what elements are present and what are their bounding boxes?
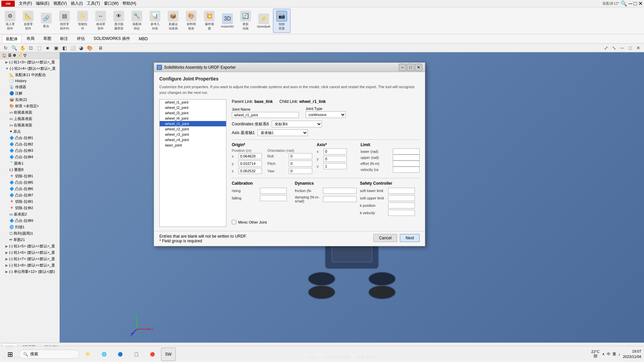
joint-tree-item-6[interactable]: wheel_r3_joint [160, 132, 226, 137]
joint-tree-item-3[interactable]: wheel_l4_joint [160, 116, 226, 121]
screen-icon[interactable]: 🖥 [97, 44, 104, 52]
effort-input[interactable] [393, 161, 420, 167]
soft-upper-input[interactable] [388, 195, 415, 201]
close-btn[interactable]: ✕ [638, 0, 643, 7]
pitch-input[interactable] [289, 161, 312, 167]
sidebar-item-sketch8[interactable]: (-) 重图8 [8, 167, 59, 173]
menu-tools[interactable]: 工具(T) [85, 0, 102, 7]
rotate-icon[interactable]: ↻ [2, 44, 9, 52]
sidebar-item-part3[interactable]: ▶ (-) 轮1<3> (默认<<默认>_显 [4, 59, 59, 65]
joint-type-select[interactable]: continuous revolute prismatic fixed floa… [306, 111, 346, 118]
toolbar-explode-btn[interactable]: 💥 爆炸视图 [201, 9, 218, 33]
menu-help[interactable]: 帮助(H) [120, 0, 138, 7]
sidebar-item-fillet1[interactable]: ⌒ 圆角1 [8, 160, 59, 167]
sidebar-item-pattern1[interactable]: ⬡ 阵列(圆周)1 [8, 230, 59, 237]
toolbar-assembly-feature-btn[interactable]: 🔧 装配体特征 [128, 9, 146, 33]
zoom-icon[interactable]: 🔍 [10, 44, 18, 52]
sidebar-item-history[interactable]: 🕐 History [8, 78, 59, 84]
panel-min-icon[interactable]: ─ [619, 44, 626, 52]
axis-select[interactable]: 基准轴1 [258, 129, 308, 136]
maximize-btn[interactable]: □ [634, 1, 637, 7]
sidebar-item-solid2[interactable]: 📦 实体(2) [8, 97, 59, 103]
minimize-btn[interactable]: ─ [629, 1, 632, 7]
sidebar-item-boss6[interactable]: 🔷 凸台-拉伸6 [8, 186, 59, 192]
toolbar-speedpak-btn[interactable]: ⚡ Speedpak [255, 9, 272, 33]
sidebar-item-sketch21[interactable]: ✏ 草图21 [8, 237, 59, 243]
sidebar-item-boss2[interactable]: 🔷 凸台-拉伸2 [8, 141, 59, 147]
joint-tree-item-4[interactable]: wheel_r1_joint [160, 121, 226, 126]
sidebar-item-annotations[interactable]: 🔵 注解 [8, 90, 59, 97]
dialog-maximize-btn[interactable]: □ [407, 64, 414, 71]
sidebar-item-plane2[interactable]: ▭ 基准面2 [8, 211, 59, 218]
joint-tree-item-5[interactable]: wheel_r2_joint [160, 126, 226, 132]
sidebar-item-part7[interactable]: ▶ (-) 轮1<7> (默认<<默认>_显 [4, 256, 59, 262]
coordinates-select[interactable]: 坐标系6 [272, 121, 322, 127]
rising-input[interactable] [260, 188, 287, 194]
sidebar-item-top-plane[interactable]: ▭ 上视基准面 [8, 116, 59, 122]
toolbar-material-btn[interactable]: 🎨 材料明细表 [182, 9, 200, 33]
system-clock[interactable]: 19:07 2023/11/04 [623, 349, 641, 359]
3d-view[interactable]: X Y Z U SolidWorks Assembly to URDF Expo… [60, 52, 644, 343]
sidebar-item-sweep1[interactable]: 🌀 扫描1 [8, 224, 59, 230]
taskbar-edge[interactable]: 🌐 [97, 348, 111, 361]
lower-input[interactable] [393, 148, 420, 155]
expand-icon[interactable]: ⤢ [602, 44, 610, 52]
upper-input[interactable] [393, 155, 420, 161]
sidebar-item-front-plane[interactable]: ▭ 前视基准面 [8, 109, 59, 116]
sidebar-item-cut1[interactable]: 🔻 切除-拉伸1 [8, 173, 59, 179]
menu-file[interactable]: 文件(F) [17, 0, 34, 7]
search-box[interactable]: 🔍 [621, 0, 627, 7]
sidebar-item-cut-ext2[interactable]: 🔻 切除-拉伸2 [8, 205, 59, 211]
joint-tree-item-0[interactable]: wheel_l1_joint [160, 100, 226, 105]
render-icon[interactable]: ■ [44, 44, 51, 52]
toolbar-update-btn[interactable]: 🔄 更新动画 [237, 9, 254, 33]
sidebar-item-boss1[interactable]: 🔷 凸台-拉伸1 [8, 135, 59, 141]
friction-input[interactable] [323, 188, 357, 194]
pos-y-input[interactable] [238, 161, 262, 167]
toolbar-smart-btn[interactable]: ✨ 智能扣件 [74, 9, 91, 33]
taskbar-red-app[interactable]: 🔴 [145, 348, 160, 361]
panel-close-icon[interactable]: ✕ [635, 44, 642, 52]
taskbar-clipboard[interactable]: 📋 [129, 348, 144, 361]
axis-y-input[interactable] [323, 156, 347, 162]
taskbar-blue-app[interactable]: 🔵 [113, 348, 127, 361]
tab-mbd[interactable]: MBD [135, 35, 152, 43]
k-velocity-input[interactable] [388, 210, 415, 216]
tab-layout[interactable]: 布局 [23, 35, 38, 43]
joint-name-input[interactable] [232, 112, 299, 118]
cancel-button[interactable]: Cancel [373, 234, 397, 242]
soft-lower-input[interactable] [388, 188, 415, 194]
toolbar-photo-btn[interactable]: 📷 拍快照置 [273, 9, 290, 33]
sidebar-item-boss7[interactable]: 🔷 凸台-拉伸7 [8, 192, 59, 198]
sidebar-item-part12[interactable]: ▶ (-) 单位用量<12> (默认<(默) [4, 268, 59, 275]
sidebar-item-boss5[interactable]: 🔷 凸台-拉伸5 [8, 179, 59, 186]
tab-assembly[interactable]: 装配体 [2, 35, 21, 43]
pan-icon[interactable]: ✋ [19, 44, 26, 52]
collapse-icon[interactable]: ⤡ [610, 44, 618, 52]
taskbar-explorer[interactable]: 📁 [80, 348, 95, 361]
view-icon[interactable]: ⬜ [69, 44, 76, 52]
toolbar-place-btn[interactable]: 📐 放置零部件 [19, 9, 37, 33]
menu-view[interactable]: 视图(V) [51, 0, 69, 7]
sidebar-item-assembly11[interactable]: 📐 装配体11 中的配合 [8, 72, 59, 78]
toolbar-show-btn[interactable]: 👁 显示隐藏零部 [110, 9, 127, 33]
taskbar-solidworks-app[interactable]: SW [161, 348, 176, 361]
axis-x-input[interactable] [323, 148, 347, 155]
toolbar-param-btn[interactable]: 📊 参考几何体 [146, 9, 164, 33]
yaw-input[interactable] [289, 168, 312, 174]
menu-insert[interactable]: 插入(I) [69, 0, 85, 7]
sidebar-item-cut-ext1[interactable]: 🔻 切除-拉伸1 [8, 198, 59, 205]
joint-tree-item-8[interactable]: laser_joint [160, 142, 226, 148]
joint-tree-item-7[interactable]: wheel_r4_joint [160, 137, 226, 142]
fit-icon[interactable]: ⊡ [27, 44, 35, 52]
systray-ime[interactable]: 中 [607, 352, 610, 357]
damping-input[interactable] [323, 196, 357, 202]
joint-tree-item-1[interactable]: wheel_l2_joint [160, 105, 226, 110]
appearance-icon[interactable]: 🎨 [86, 44, 93, 52]
joint-tree-item-2[interactable]: wheel_l3_joint [160, 110, 226, 116]
pos-x-input[interactable] [238, 153, 262, 159]
systray-chevron[interactable]: ∧ [602, 352, 605, 356]
sidebar-item-part4[interactable]: ▼ (-) 轮1<4> (默认<<默认>_显 [4, 65, 59, 72]
toolbar-assembly-btn[interactable]: ⚙ 装入零部件 [1, 9, 19, 33]
section-icon[interactable]: ◧ [61, 44, 68, 52]
